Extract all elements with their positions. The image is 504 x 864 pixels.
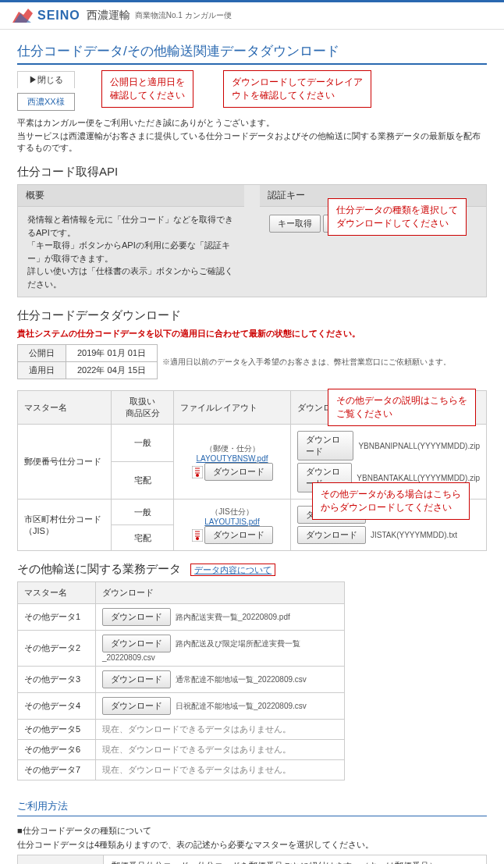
other-col2: ダウンロード (96, 582, 345, 604)
dl-filename: 日祝配達不能地域一覧_20220809.csv (176, 702, 307, 710)
callout-download: 仕分データの種類を選択して ダウンロードしてください (328, 198, 467, 236)
usage-b1-h: ■仕分コードデータの種類について (17, 824, 487, 838)
usage-tbl-lbl: マスター名 (18, 855, 104, 864)
svg-point-1 (196, 474, 199, 477)
app-date-value: 2022年 04月 15日 (66, 362, 158, 379)
other-row-name: その他データ2 (18, 631, 96, 667)
layout-file-link[interactable]: LAYOUTYBNSW.pdf (180, 454, 284, 463)
download-button[interactable]: ダウンロード (297, 431, 353, 460)
customer-tab[interactable]: 西濃XX様 (17, 93, 75, 111)
other-row-dl: ダウンロード日祝配達不能地域一覧_20220809.csv (96, 693, 345, 720)
api-overview-h: 概要 (18, 185, 244, 207)
usage-b1-p: 仕分コードデータは4種類ありますので、表の記述から必要なマスターを選択してくださ… (17, 838, 487, 852)
other-col1: マスター名 (18, 582, 96, 604)
download-heading: 仕分コードデータダウンロード (17, 308, 487, 323)
dates-table: 公開日2019年 01月 01日 適用日2022年 04月 15日 (17, 344, 158, 379)
other-row-dl: ダウンロード路内配送実費一覧_20220809.pdf (96, 604, 345, 631)
download-button[interactable]: ダウンロード (102, 608, 171, 626)
other-row-name: その他データ3 (18, 667, 96, 693)
callout-layout: ダウンロードしてデータレイア ウトを確認してください (223, 70, 371, 108)
dl-filename: 路内配送実費一覧_20220809.pdf (176, 613, 290, 621)
api-heading: 仕分コード取得API (17, 165, 487, 180)
other-table: マスター名ダウンロード その他データ1ダウンロード路内配送実費一覧_202208… (17, 581, 345, 780)
usage-tbl-val: 郵便番号仕分コード：仕分コードを郵便番号ごとに紐付けます。（キーは郵便番号） 市… (104, 855, 487, 864)
other-row-name: その他データ6 (18, 740, 96, 760)
get-key-button[interactable]: キー取得 (269, 215, 321, 233)
other-heading: その他輸送に関する業務データ データ内容について (17, 562, 487, 577)
other-heading-text: その他輸送に関する業務データ (17, 562, 181, 575)
other-row-dl: 現在、ダウンロードできるデータはありません。 (96, 720, 345, 740)
other-row-name: その他データ5 (18, 720, 96, 740)
download-button[interactable]: ダウンロード (102, 670, 171, 688)
pub-date-label: 公開日 (18, 345, 66, 362)
other-row-dl: 現在、ダウンロードできるデータはありません。 (96, 760, 345, 780)
dl-filename: YBNBANIPNALL(YYYYMMDD).zip (358, 442, 480, 450)
col-layout: ファイルレイアウト (174, 391, 291, 425)
layout-dl-button[interactable]: ダウンロード (204, 463, 273, 481)
close-tab[interactable]: ▶閉じる (17, 71, 75, 88)
api-p3: 詳しい使い方は「仕様書の表示」ボタンからご確認ください。 (27, 265, 235, 290)
other-row-name: その他データ7 (18, 760, 96, 780)
svg-point-3 (196, 537, 199, 540)
intro-line1: 平素はカンガルー便をご利用いただき誠にありがとうございます。 (17, 117, 487, 129)
api-p1: 発情報と着情報を元に「仕分コード」などを取得できるAPIです。 (27, 213, 235, 239)
api-p2: 「キー取得」ボタンからAPIの利用に必要な「認証キー」が取得できます。 (27, 239, 235, 265)
layout-tag: （郵便・仕分） (180, 443, 284, 454)
brand-seino: SEINO (37, 9, 80, 23)
dl-filename: JISTAK(YYYYMMDD).txt (371, 531, 457, 539)
kangaroo-logo-icon (11, 7, 34, 24)
app-date-label: 適用日 (18, 362, 66, 379)
layout-file-link[interactable]: LAYOUTJIS.pdf (180, 517, 284, 526)
usage-heading: ご利用方法 (17, 799, 487, 816)
col-kind: 取扱い 商品区分 (112, 391, 174, 425)
download-button[interactable]: ダウンロード (297, 526, 366, 544)
header: SEINO 西濃運輸 商業物流No.1 カンガルー便 (0, 2, 504, 30)
kind-cell: 一般 (112, 500, 174, 525)
other-row-dl: 現在、ダウンロードできるデータはありません。 (96, 740, 345, 760)
date-note: ※適用日以前のデータを入手希望のお客さまは、弊社営業窓口にご依頼願います。 (162, 357, 451, 368)
master-row-name: 郵便番号仕分コード (18, 425, 112, 500)
page-title: 仕分コードデータ/その他輸送関連データダウンロード (17, 37, 487, 65)
other-data-desc-link[interactable]: データ内容について (190, 564, 275, 576)
kind-cell: 宅配 (112, 525, 174, 551)
pdf-icon (192, 529, 203, 542)
pub-date-value: 2019年 01月 01日 (66, 345, 158, 362)
layout-dl-button[interactable]: ダウンロード (204, 526, 273, 544)
brand-jp: 西濃運輸 (87, 9, 130, 23)
other-row-name: その他データ4 (18, 693, 96, 720)
brand-tagline: 商業物流No.1 カンガルー便 (135, 10, 232, 21)
download-button[interactable]: ダウンロード (102, 635, 171, 652)
col-master: マスター名 (18, 391, 112, 425)
intro-text: 平素はカンガルー便をご利用いただき誠にありがとうございます。 当サービスは西濃運… (17, 117, 487, 154)
kind-cell: 宅配 (112, 462, 174, 500)
kind-cell: 一般 (112, 425, 174, 462)
download-note: 貴社システムの仕分コードデータを以下の適用日に合わせて最新の状態にしてください。 (17, 328, 487, 340)
callout-other-desc: その他データの説明はこちらを ご覧ください (328, 389, 476, 426)
other-row-dl: ダウンロード路内配送及び限定場所配達実費一覧_20220809.csv (96, 631, 345, 667)
callout-dates: 公開日と適用日を 確認してください (101, 70, 193, 108)
callout-other-dl: その他データがある場合はこちら からダウンロードしてください (312, 482, 470, 520)
download-button[interactable]: ダウンロード (102, 697, 171, 715)
pdf-icon (192, 466, 203, 478)
other-row-name: その他データ1 (18, 604, 96, 631)
master-row-name: 市区町村仕分コード （JIS） (18, 500, 112, 551)
intro-line2: 当サービスは西濃運輸がお客さまに提供している仕分コードデータおよびその他輸送に関… (17, 130, 487, 154)
dl-filename: 通常配達不能地域一覧_20220809.csv (176, 675, 307, 684)
layout-tag: （JIS仕分） (180, 507, 284, 517)
other-row-dl: ダウンロード通常配達不能地域一覧_20220809.csv (96, 667, 345, 693)
dl-filename: YBNBANTAKALL(YYYYMMDD).zip (357, 474, 480, 482)
